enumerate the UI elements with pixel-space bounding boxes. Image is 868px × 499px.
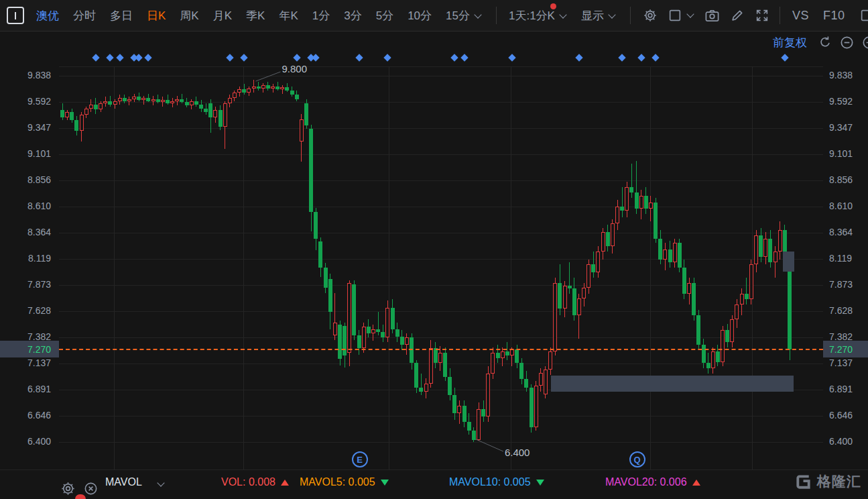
event-diamond-icon[interactable]: [312, 54, 320, 61]
candle: [108, 101, 112, 105]
event-diamond-icon[interactable]: [652, 54, 659, 61]
toolbar-item-月K[interactable]: 月K: [213, 8, 232, 23]
fullscreen-button[interactable]: [755, 8, 769, 23]
zoom-out-button[interactable]: [839, 35, 855, 50]
toolbar-divider: [496, 7, 497, 24]
axis-label-right: 6.646: [829, 410, 868, 421]
event-diamond-icon[interactable]: [92, 54, 99, 61]
indicator-close-button[interactable]: [83, 476, 99, 499]
candle: [295, 95, 299, 99]
candle: [237, 89, 241, 93]
gridline-h: [59, 76, 823, 76]
candle: [725, 330, 729, 341]
toolbar-item-分时[interactable]: 分时: [73, 8, 96, 23]
candle: [123, 98, 127, 101]
zoom-in-button[interactable]: [861, 35, 868, 50]
candle: [778, 230, 782, 252]
candle: [347, 283, 351, 352]
event-diamond-icon[interactable]: [508, 54, 515, 61]
toolbar-item-15分[interactable]: 15分: [446, 8, 482, 23]
layout-select-button[interactable]: [668, 8, 694, 23]
candle: [362, 327, 366, 348]
candle: [257, 87, 261, 89]
interval-combo[interactable]: 1天:1分K: [509, 8, 567, 23]
event-circle-E[interactable]: E: [352, 451, 368, 467]
candle-wick: [746, 278, 747, 304]
candle: [391, 308, 395, 329]
event-diamond-icon[interactable]: [116, 54, 123, 61]
display-menu[interactable]: 显示: [581, 8, 616, 23]
candle: [151, 99, 156, 101]
event-diamond-icon[interactable]: [384, 54, 391, 61]
candle: [548, 351, 552, 370]
toolbar-item-日K[interactable]: 日K: [147, 8, 166, 23]
event-circle-Q[interactable]: Q: [629, 451, 645, 467]
candle: [658, 239, 662, 260]
toolbar-item-年K[interactable]: 年K: [279, 8, 298, 23]
indicator-dropdown[interactable]: [153, 472, 165, 497]
candle: [371, 329, 375, 333]
event-diamond-icon[interactable]: [355, 54, 363, 61]
extra-panel-button[interactable]: [859, 8, 868, 23]
toolbar-item-季K[interactable]: 季K: [246, 8, 265, 23]
event-diamond-icon[interactable]: [135, 54, 143, 61]
event-diamond-icon[interactable]: [451, 54, 458, 61]
event-diamond-icon[interactable]: [460, 54, 468, 61]
indicator-settings-button[interactable]: [60, 476, 76, 499]
indicator-mavol5[interactable]: MAVOL5: 0.005: [300, 470, 389, 496]
axis-label-left: 6.891: [0, 384, 51, 394]
event-diamond-icon[interactable]: [145, 54, 152, 61]
axis-label-left: 9.838: [0, 70, 51, 80]
candle: [405, 337, 409, 345]
indicator-name[interactable]: MAVOL: [105, 470, 142, 496]
current-price-label-left: 7.270: [0, 341, 59, 357]
candle: [385, 308, 389, 337]
vs-button[interactable]: VS: [792, 9, 809, 23]
window-layout-icon[interactable]: [7, 7, 24, 24]
gear-icon: [60, 481, 76, 496]
candle: [510, 349, 514, 356]
screenshot-button[interactable]: [704, 8, 720, 23]
toolbar-item-1分[interactable]: 1分: [312, 8, 330, 23]
event-diamond-icon[interactable]: [618, 54, 625, 61]
toolbar-item-多日[interactable]: 多日: [110, 8, 133, 23]
candle: [462, 406, 467, 422]
settings-button[interactable]: [643, 8, 658, 23]
toolbar-item-3分[interactable]: 3分: [344, 8, 361, 23]
candle: [233, 93, 237, 98]
gridline-h: [59, 285, 823, 286]
candlestick-chart[interactable]: 9.8389.8389.5929.5929.3479.3479.1019.101…: [0, 0, 868, 499]
candle-wick: [129, 97, 129, 105]
candle: [524, 379, 528, 388]
reset-zoom-button[interactable]: [818, 35, 832, 50]
candle: [204, 109, 208, 112]
event-diamond-icon[interactable]: [781, 54, 788, 61]
toolbar-item-周K[interactable]: 周K: [180, 8, 198, 23]
event-diamond-icon[interactable]: [575, 54, 582, 61]
candle: [572, 288, 576, 315]
adjustment-mode-button[interactable]: 前复权: [773, 35, 807, 50]
candle: [625, 187, 629, 211]
candle: [280, 87, 284, 89]
toolbar-item-10分[interactable]: 10分: [408, 8, 432, 23]
candle: [611, 223, 615, 245]
candle: [309, 129, 313, 212]
draw-button[interactable]: [730, 8, 745, 23]
event-diamond-icon[interactable]: [241, 54, 248, 61]
candle: [682, 268, 686, 294]
event-diamond-icon[interactable]: [637, 54, 645, 61]
event-diamond-icon[interactable]: [293, 54, 300, 61]
event-diamond-icon[interactable]: [107, 54, 114, 61]
toolbar-item-5分[interactable]: 5分: [376, 8, 393, 23]
stock-name[interactable]: 澳优: [36, 8, 59, 23]
event-diamond-icon[interactable]: [226, 54, 233, 61]
indicator-mavol20[interactable]: MAVOL20: 0.006: [605, 470, 700, 496]
f10-button[interactable]: F10: [823, 9, 845, 23]
indicator-mavol10[interactable]: MAVOL10: 0.005: [449, 470, 544, 496]
candle: [175, 99, 179, 101]
candle: [687, 283, 691, 294]
indicator-vol[interactable]: VOL: 0.008: [221, 470, 289, 496]
candle: [696, 315, 700, 345]
candle: [615, 207, 619, 223]
candle: [586, 264, 591, 288]
